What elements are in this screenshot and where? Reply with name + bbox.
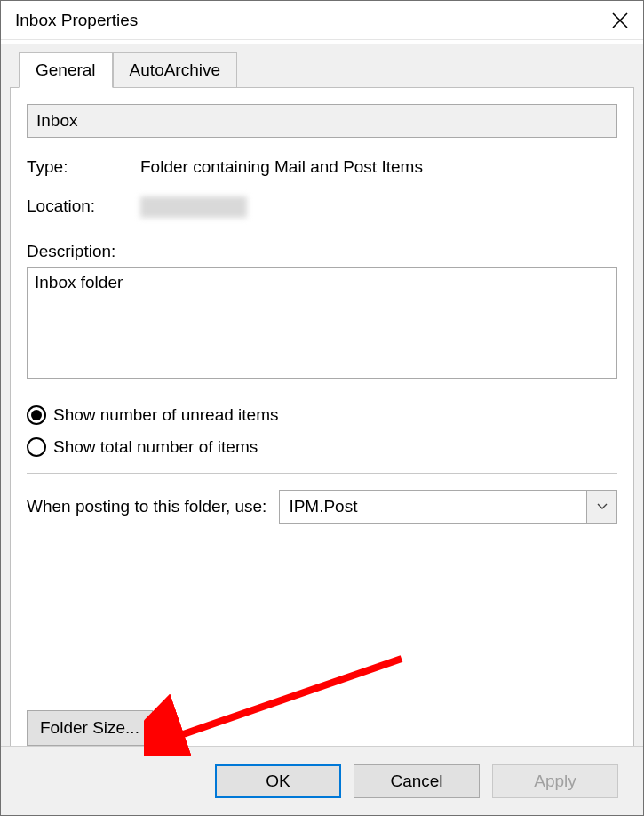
location-label: Location: [27,196,140,216]
combo-dropdown-button[interactable] [586,491,616,523]
posting-label: When posting to this folder, use: [27,497,266,516]
radio-show-total[interactable]: Show total number of items [27,437,617,457]
posting-form-select[interactable]: IPM.Post [279,490,617,524]
radio-icon [27,405,46,425]
cancel-button[interactable]: Cancel [354,764,480,798]
type-value: Folder containing Mail and Post Items [140,157,617,177]
tab-general[interactable]: General [19,52,113,88]
radio-dot [31,410,42,420]
folder-size-button[interactable]: Folder Size... [27,710,153,746]
type-label: Type: [27,157,140,177]
tab-panel-general: Inbox Type: Folder containing Mail and P… [10,87,634,772]
tabstrip: General AutoArchive [19,52,634,88]
chevron-down-icon [597,503,608,510]
description-label: Description: [27,242,617,261]
tab-autoarchive[interactable]: AutoArchive [113,52,237,88]
location-value [140,196,617,222]
close-icon [612,12,628,28]
redacted-location [140,196,247,218]
show-count-radio-group: Show number of unread items Show total n… [27,405,617,457]
dialog-button-row: OK Cancel Apply [1,746,643,815]
divider [27,473,617,474]
folder-name-field[interactable]: Inbox [27,104,617,138]
divider [27,540,617,540]
apply-button: Apply [492,764,618,798]
annotation-arrow [144,650,410,756]
description-input[interactable] [27,267,617,379]
folder-name-value: Inbox [36,111,77,131]
radio-unread-label: Show number of unread items [53,405,278,425]
ok-button[interactable]: OK [215,764,341,798]
inbox-properties-dialog: Inbox Properties General AutoArchive Inb… [0,0,644,816]
titlebar: Inbox Properties [1,1,643,40]
dialog-content: General AutoArchive Inbox Type: Folder c… [1,44,643,746]
close-button[interactable] [604,4,636,36]
posting-selected-value: IPM.Post [280,491,586,523]
radio-total-label: Show total number of items [53,437,258,457]
dialog-title: Inbox Properties [15,11,138,30]
radio-icon [27,437,46,457]
radio-show-unread[interactable]: Show number of unread items [27,405,617,425]
svg-line-0 [171,659,402,739]
